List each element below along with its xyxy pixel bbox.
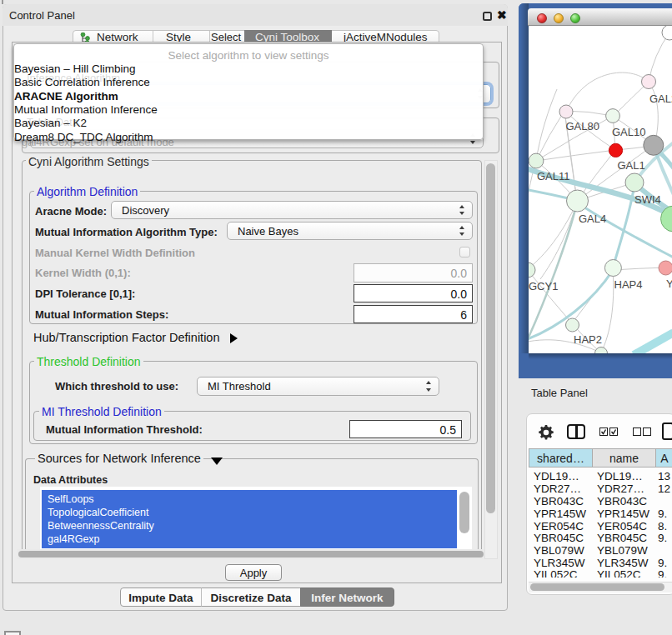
svg-text:GAL11: GAL11 <box>537 170 570 182</box>
svg-text:HAP2: HAP2 <box>574 333 602 346</box>
svg-text:GAL2: GAL2 <box>649 92 672 105</box>
svg-text:YM: YM <box>666 278 672 290</box>
svg-text:GCY1: GCY1 <box>529 280 558 292</box>
svg-text:SWI4: SWI4 <box>634 193 661 206</box>
svg-text:HAP4: HAP4 <box>614 278 643 291</box>
svg-text:GAL80: GAL80 <box>566 120 599 132</box>
svg-text:GAL10: GAL10 <box>612 126 645 138</box>
svg-text:GAL1: GAL1 <box>618 159 645 172</box>
svg-text:GAL4: GAL4 <box>579 212 606 225</box>
